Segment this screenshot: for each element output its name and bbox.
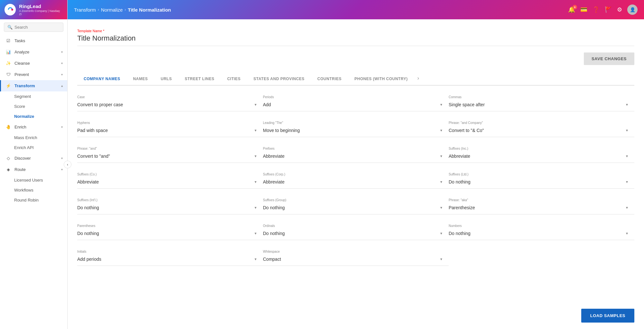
search-input[interactable] (14, 25, 60, 30)
field-phrase-and-company-select[interactable]: Convert to "& Co" ▾ (449, 127, 628, 133)
logo (5, 4, 16, 15)
user-avatar[interactable]: 👤 (627, 5, 638, 15)
prevent-icon: 🛡 (5, 72, 11, 77)
tab-urls[interactable]: URLS (154, 73, 178, 86)
field-hyphens-label: Hyphens (77, 121, 257, 125)
route-icon: ◈ (5, 167, 11, 172)
top-bar: Transform › Normalize › Title Normalizat… (68, 0, 644, 19)
help-button[interactable]: ❓ (593, 6, 600, 13)
sidebar-item-route[interactable]: ◈ Route ▾ (0, 164, 67, 175)
field-commas-select[interactable]: Single space after ▾ (449, 101, 628, 107)
sidebar-item-enrich[interactable]: 🤚 Enrich ▾ (0, 121, 67, 133)
field-phrase-and-value: Convert to "and" (77, 154, 110, 159)
sidebar-item-score[interactable]: Score (0, 101, 67, 111)
tasks-icon: ☑ (5, 38, 11, 43)
tab-countries[interactable]: COUNTRIES (311, 73, 348, 86)
field-phrase-and-company-label: Phrase: "and Company" (449, 121, 628, 125)
chevron-down-icon: ▾ (626, 154, 628, 158)
field-periods-label: Periods (263, 95, 442, 99)
form-grid: Case Convert to proper case ▾ Periods Ad… (77, 95, 634, 266)
settings-button[interactable]: ⚙ (617, 6, 622, 13)
tab-cities[interactable]: CITIES (221, 73, 247, 86)
sidebar-item-mass-enrich[interactable]: Mass Enrich (0, 133, 67, 143)
tab-states-provinces[interactable]: STATES AND PROVINCES (247, 73, 311, 86)
field-hyphens-select[interactable]: Pad with space ▾ (77, 127, 257, 133)
field-numbers: Numbers Do nothing ▾ (449, 224, 634, 240)
tabs-next-arrow[interactable]: › (414, 71, 422, 85)
field-suffixes-corp: Suffixes (Corp.) Abbreviate ▾ (263, 173, 449, 189)
field-whitespace-value: Compact (263, 257, 281, 262)
field-prefixes-select[interactable]: Abbreviate ▾ (263, 152, 442, 159)
field-case-select[interactable]: Convert to proper case ▾ (77, 101, 257, 107)
sidebar-collapse-button[interactable]: ‹ (64, 161, 71, 168)
chevron-down-icon: ▾ (626, 102, 628, 107)
chevron-down-icon: ▾ (626, 128, 628, 133)
top-bar-icons: 🔔 0 💳 ❓ 🚩 ⚙ 👤 (568, 5, 638, 15)
sidebar-item-discover[interactable]: ◇ Discover ▾ (0, 153, 67, 164)
field-parentheses: Parentheses Do nothing ▾ (77, 224, 263, 240)
field-suffixes-co-select[interactable]: Abbreviate ▾ (77, 178, 257, 184)
field-suffixes-co-label: Suffixes (Co.) (77, 173, 257, 176)
chevron-down-icon: ▾ (626, 180, 628, 184)
field-suffixes-corp-select[interactable]: Abbreviate ▾ (263, 178, 442, 184)
field-numbers-select[interactable]: Do nothing ▾ (449, 230, 628, 236)
field-suffixes-ltd-label: Suffixes (Ltd.) (449, 173, 628, 176)
tab-phones[interactable]: PHONES (WITH COUNTRY) (348, 73, 414, 86)
field-leading-the-select[interactable]: Move to beginning ▾ (263, 127, 442, 133)
save-changes-button[interactable]: SAVE CHANGES (584, 52, 634, 65)
notifications-button[interactable]: 🔔 0 (568, 6, 575, 13)
chevron-down-icon: ▾ (255, 257, 257, 261)
sidebar-item-workflows[interactable]: Workflows (0, 185, 67, 195)
sidebar-item-transform[interactable]: ⚡ Transform ▴ (0, 80, 67, 91)
sidebar-item-analyze[interactable]: 📊 Analyze ▾ (0, 46, 67, 58)
sidebar-item-round-robin[interactable]: Round Robin (0, 195, 67, 205)
field-suffixes-intl-select[interactable]: Do nothing ▾ (77, 204, 257, 210)
chevron-down-icon: ▾ (440, 128, 442, 133)
field-ordinals-select[interactable]: Do nothing ▾ (263, 230, 442, 236)
field-prefixes-label: Prefixes (263, 147, 442, 150)
template-name-section: Template Name * Title Normalization (77, 29, 634, 46)
field-suffixes-intl: Suffixes (Int'l.) Do nothing ▾ (77, 198, 263, 214)
analyze-icon: 📊 (5, 50, 11, 54)
field-phrase-and-label: Phrase: "and" (77, 147, 257, 150)
sidebar-item-tasks[interactable]: ☑ Tasks (0, 35, 67, 46)
chevron-down-icon: ▾ (440, 257, 442, 261)
field-initials-select[interactable]: Add periods ▾ (77, 255, 257, 262)
field-phrase-aka-label: Phrase: "aka" (449, 198, 628, 202)
flag-button[interactable]: 🚩 (605, 6, 612, 13)
breadcrumb-normalize[interactable]: Normalize (101, 7, 123, 13)
chevron-down-icon: ▾ (255, 231, 257, 236)
sidebar-item-prevent[interactable]: 🛡 Prevent ▾ (0, 69, 67, 80)
field-suffixes-group-select[interactable]: Do nothing ▾ (263, 204, 442, 210)
field-whitespace-select[interactable]: Compact ▾ (263, 255, 442, 262)
field-parentheses-select[interactable]: Do nothing ▾ (77, 230, 257, 236)
tab-company-names[interactable]: COMPANY NAMES (77, 73, 126, 86)
field-suffixes-ltd-select[interactable]: Do nothing ▾ (449, 178, 628, 184)
chevron-down-icon: ▾ (255, 180, 257, 184)
field-phrase-and-select[interactable]: Convert to "and" ▾ (77, 152, 257, 159)
sidebar-item-segment[interactable]: Segment (0, 91, 67, 101)
chevron-down-icon: ▾ (440, 180, 442, 184)
breadcrumb-sep-2: › (125, 7, 126, 12)
chevron-down-icon: ▾ (61, 168, 63, 171)
field-ordinals-label: Ordinals (263, 224, 442, 228)
sidebar-item-licensed-users[interactable]: Licensed Users (0, 175, 67, 185)
sidebar-item-enrich-api[interactable]: Enrich API (0, 143, 67, 153)
field-suffixes-intl-value: Do nothing (77, 205, 99, 210)
field-periods-value: Add (263, 102, 271, 107)
tabs: COMPANY NAMES NAMES URLS STREET LINES CI… (77, 71, 634, 86)
field-suffixes-inc-select[interactable]: Abbreviate ▾ (449, 152, 628, 159)
load-samples-button[interactable]: LOAD SAMPLES (581, 309, 634, 323)
search-box[interactable]: 🔍 (4, 23, 63, 32)
sidebar-item-cleanse[interactable]: ✨ Cleanse ▾ (0, 58, 67, 69)
billing-button[interactable]: 💳 (580, 6, 587, 13)
sidebar-item-normalize[interactable]: Normalize (0, 111, 67, 121)
field-phrase-aka-select[interactable]: Parenthesize ▾ (449, 204, 628, 210)
save-btn-row: SAVE CHANGES (77, 52, 634, 65)
field-suffixes-corp-value: Abbreviate (263, 179, 285, 184)
tab-street-lines[interactable]: STREET LINES (178, 73, 221, 86)
tab-names[interactable]: NAMES (126, 73, 154, 86)
field-periods-select[interactable]: Add ▾ (263, 101, 442, 107)
breadcrumb-transform[interactable]: Transform (74, 7, 96, 13)
field-commas-label: Commas (449, 95, 628, 99)
